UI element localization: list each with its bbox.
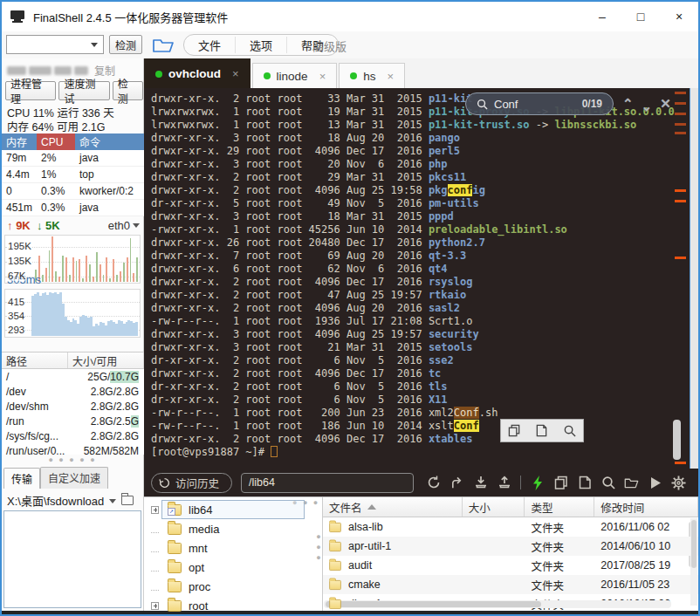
disk-path: /dev/shm (2, 399, 68, 414)
server-combobox[interactable] (6, 35, 104, 54)
tree-table-splitter[interactable]: ●●● (316, 532, 320, 564)
menu-options[interactable]: 选项 (236, 37, 287, 53)
file-row-audit[interactable]: audit文件夹2017/08/25 19 (323, 556, 698, 575)
table-hscrollbar[interactable] (324, 600, 671, 608)
session-tab-ovhcloud[interactable]: ovhcloud× (144, 58, 250, 88)
open-folder-icon[interactable] (152, 36, 175, 53)
search-close-icon[interactable]: ✕ (660, 96, 671, 112)
session-tab-hs[interactable]: hs× (339, 63, 405, 88)
session-tab-linode[interactable]: linode× (252, 63, 338, 88)
copy-icon[interactable] (553, 476, 568, 490)
file-row-alsa-lib[interactable]: alsa-lib文件夹2016/11/06 02 (323, 517, 698, 537)
app-icon (10, 10, 26, 23)
menu-file[interactable]: 文件 (184, 37, 236, 53)
terminal-toolbar: 访问历史 /lib64 (144, 469, 698, 496)
tree-line (151, 544, 159, 552)
splitter-dots[interactable]: ● ● ● ● ● (48, 455, 96, 464)
disk-path: /sys/fs/cg... (2, 428, 68, 443)
net-bar (69, 275, 71, 282)
expand-icon[interactable] (151, 506, 159, 514)
tab-close-icon[interactable]: × (232, 67, 239, 80)
run-icon[interactable] (648, 476, 662, 490)
paste-icon[interactable] (577, 476, 592, 490)
settings-gear-icon[interactable] (671, 476, 686, 490)
column-header[interactable]: 内存 (2, 133, 37, 150)
detect-button-2[interactable]: 检测 (113, 81, 143, 100)
search-overlay[interactable]: Conf 0/19 (465, 92, 614, 115)
path-input[interactable]: /lib64 (241, 473, 414, 493)
maximize-button[interactable]: □ (621, 3, 660, 30)
net-bar (120, 271, 121, 282)
terminal[interactable]: drwxr-xr-x. 2 root root 33 Mar 31 2015 p… (144, 88, 698, 469)
close-button[interactable]: × (660, 3, 698, 30)
network-chart: 195K135K67K (4, 235, 141, 284)
tree-item-opt[interactable]: opt (144, 558, 315, 577)
tab-close-icon[interactable]: × (319, 70, 326, 83)
net-ytick: 195K (8, 241, 31, 251)
column-header-3[interactable]: 修改时间 (594, 497, 698, 517)
process-row[interactable]: 451m0.3%java (2, 200, 144, 216)
column-header[interactable]: 命令 (75, 133, 144, 150)
table-vscrollbar[interactable] (690, 518, 697, 606)
column-header-0[interactable]: 文件名 (323, 497, 463, 517)
terminal-line: drwxr-xr-x. 6 root root 62 Nov 6 2016 qt… (151, 263, 675, 276)
interface-select[interactable]: eth0 (108, 219, 140, 232)
speed-test-button[interactable]: 速度测试 (58, 81, 109, 100)
process-table-header: 内存CPU命令 (2, 133, 144, 150)
net-bar (76, 261, 78, 282)
tree-item-mnt[interactable]: mnt (144, 538, 315, 558)
tree-item-root[interactable]: root (144, 596, 315, 612)
refresh-icon[interactable] (426, 476, 441, 490)
open-folder-icon[interactable] (624, 476, 639, 490)
tab-transfer[interactable]: 传输 (3, 468, 40, 489)
terminal-scrollbar-thumb[interactable] (673, 420, 681, 460)
net-bar (49, 250, 51, 282)
process-row[interactable]: 4.4m1%top (2, 167, 144, 183)
file-row-cmake[interactable]: cmake文件夹2016/11/05 23 (323, 575, 698, 594)
terminal-line: -rw-r--r--. 1 root root 1936 Jul 17 21:0… (151, 315, 675, 328)
download-path-row[interactable]: X:\桌面\fsdownload (7, 492, 140, 509)
tree-item-media[interactable]: media (144, 519, 315, 538)
file-row-apr-util-1[interactable]: apr-util-1文件夹2014/06/10 10 (323, 537, 698, 556)
process-cell: java (75, 150, 144, 166)
process-row[interactable]: 79m2%java (2, 150, 144, 167)
copy-icon[interactable] (508, 424, 521, 437)
search-prev-icon[interactable]: ⌃ (622, 96, 634, 112)
column-header-1[interactable]: 大小 (463, 497, 525, 517)
disk-usage: 582M/582M (68, 443, 142, 455)
network-header: ↑ 9K ↓ 5K eth0 (7, 219, 140, 232)
paste-icon[interactable] (535, 424, 548, 437)
file-type-cell: 文件夹 (525, 558, 594, 574)
search-next-icon[interactable]: ⌄ (642, 99, 653, 114)
process-manager-button[interactable]: 进程管理 (5, 81, 56, 100)
history-button[interactable]: 访问历史 (151, 473, 232, 493)
tree-item-lib64[interactable]: lib64 (144, 500, 315, 519)
column-header[interactable]: CPU (37, 133, 75, 150)
search-icon[interactable] (563, 424, 576, 437)
terminal-line: drwxr-xr-x. 29 root root 4096 Dec 17 201… (151, 145, 675, 158)
search-icon[interactable] (600, 476, 615, 490)
disk-usage: 2.8G/2.8G (68, 428, 142, 443)
tab-custom-accel[interactable]: 自定义加速 (40, 467, 108, 489)
search-query[interactable]: Conf (494, 98, 518, 111)
tree-label: lib64 (189, 503, 212, 517)
transfer-list-panel[interactable] (3, 510, 141, 608)
tab-close-icon[interactable]: × (387, 70, 394, 83)
process-row[interactable]: 00.3%kworker/0:2 (2, 183, 144, 200)
tree-item-proc[interactable]: proc (144, 577, 315, 596)
parent-dir-icon[interactable] (450, 476, 464, 490)
column-header[interactable]: 路径 (2, 352, 68, 368)
net-bar (113, 259, 114, 282)
upload-icon[interactable] (497, 476, 511, 490)
detect-button[interactable]: 检测 (109, 35, 142, 54)
minimize-button[interactable]: – (583, 3, 621, 30)
lightning-icon[interactable] (530, 476, 545, 490)
expand-icon[interactable] (151, 602, 159, 610)
column-header-2[interactable]: 类型 (525, 497, 594, 517)
download-path: X:\桌面\fsdownload (7, 492, 104, 509)
terminal-scrollbar-track[interactable] (690, 88, 698, 469)
folder-icon[interactable] (121, 496, 134, 505)
menubar: 检测 文件 选项 帮助 高级版 (2, 31, 698, 58)
download-icon[interactable] (473, 476, 488, 490)
column-header[interactable]: 大小/可用 (68, 352, 144, 368)
